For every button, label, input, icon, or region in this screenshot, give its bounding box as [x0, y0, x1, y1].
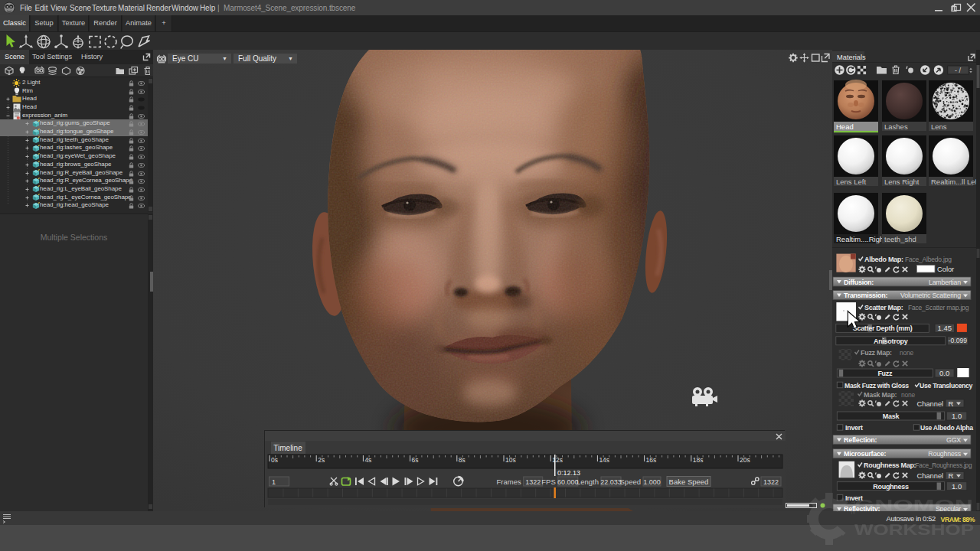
svg-text:Reflection:: Reflection: — [844, 436, 877, 444]
svg-text:Roughness: Roughness — [928, 450, 962, 458]
svg-text:0.0: 0.0 — [939, 369, 949, 377]
svg-text:Color: Color — [937, 266, 954, 273]
svg-text:Lashes: Lashes — [884, 122, 908, 131]
svg-text:1.0: 1.0 — [952, 412, 962, 420]
svg-text:R: R — [949, 399, 954, 408]
svg-text:1322: 1322 — [525, 478, 541, 486]
svg-text:Transmission:: Transmission: — [844, 292, 887, 299]
svg-text:Face_Roughness.jpg: Face_Roughness.jpg — [916, 462, 972, 469]
svg-text:Scatter Depth (mm): Scatter Depth (mm) — [853, 324, 913, 332]
svg-text:1.000: 1.000 — [643, 478, 661, 486]
svg-text:14s: 14s — [599, 456, 609, 464]
svg-text:Lens: Lens — [931, 122, 947, 131]
svg-text:Face_Scatter map.jpg: Face_Scatter map.jpg — [908, 304, 969, 311]
svg-text:Bake Speed: Bake Speed — [669, 478, 709, 486]
svg-text:GGX: GGX — [946, 436, 961, 444]
svg-text:16s: 16s — [646, 456, 657, 464]
svg-text:Fuzz Map:: Fuzz Map: — [861, 349, 892, 357]
svg-text:2s: 2s — [318, 456, 325, 464]
svg-text:22.033: 22.033 — [600, 478, 622, 486]
svg-text:Speed: Speed — [620, 478, 641, 486]
svg-text:Materials: Materials — [837, 54, 866, 61]
svg-text:Length: Length — [577, 478, 599, 486]
svg-text:none: none — [900, 349, 914, 357]
svg-text:0:12.13: 0:12.13 — [557, 469, 580, 477]
svg-text:20s: 20s — [740, 456, 750, 464]
svg-text:- /: - / — [955, 67, 961, 74]
svg-text:Head: Head — [836, 122, 854, 131]
svg-text:Use Albedo Alpha: Use Albedo Alpha — [920, 424, 973, 432]
svg-text:1: 1 — [272, 478, 276, 486]
svg-text:Diffusion:: Diffusion: — [844, 279, 874, 286]
svg-text:Mask: Mask — [883, 412, 900, 420]
svg-text:Lambertian: Lambertian — [929, 279, 961, 286]
svg-text:Use Translucency: Use Translucency — [920, 382, 973, 390]
svg-text:Invert: Invert — [845, 424, 863, 432]
svg-text:Fuzz: Fuzz — [877, 370, 893, 377]
svg-text:Roughness Map:: Roughness Map: — [864, 461, 916, 469]
svg-text:Realtim...ll Left: Realtim...ll Left — [931, 178, 979, 186]
svg-text:FPS: FPS — [541, 478, 555, 486]
svg-text:Face_Albedo.jpg: Face_Albedo.jpg — [905, 256, 952, 263]
svg-text:10s: 10s — [505, 456, 516, 464]
svg-text:Timeline: Timeline — [273, 444, 302, 452]
svg-text:Scatter Map:: Scatter Map: — [864, 304, 903, 311]
svg-text:Lens Left: Lens Left — [836, 178, 866, 186]
svg-text:4s: 4s — [364, 456, 371, 464]
svg-text:6s: 6s — [412, 456, 419, 464]
svg-text:Lens Right: Lens Right — [884, 178, 920, 186]
svg-text:60.000: 60.000 — [557, 478, 579, 486]
svg-text:WORKSHOP: WORKSHOP — [854, 521, 974, 538]
svg-text:18s: 18s — [693, 456, 704, 464]
svg-text:R: R — [949, 471, 954, 480]
svg-text:1322: 1322 — [763, 478, 779, 486]
svg-text:Anisotropy: Anisotropy — [874, 337, 908, 345]
svg-text:12s: 12s — [552, 456, 563, 464]
svg-text:Channel: Channel — [917, 472, 944, 480]
svg-text:Frames: Frames — [496, 478, 521, 486]
svg-text:teeth_shd: teeth_shd — [884, 235, 916, 243]
svg-text:Albedo Map:: Albedo Map: — [864, 256, 903, 263]
svg-text:Microsurface:: Microsurface: — [844, 450, 886, 458]
svg-text:Realtim....Right: Realtim....Right — [836, 235, 886, 243]
svg-text:8s: 8s — [459, 456, 466, 464]
svg-text:Mask Fuzz with Gloss: Mask Fuzz with Gloss — [844, 382, 909, 390]
svg-text:Volumetric Scattering: Volumetric Scattering — [900, 292, 961, 299]
svg-text:GNOMON: GNOMON — [854, 497, 973, 514]
svg-text:Channel: Channel — [917, 400, 944, 408]
svg-text:-0.099: -0.099 — [949, 337, 968, 344]
svg-text:0s: 0s — [271, 456, 278, 464]
svg-text:1.45: 1.45 — [938, 324, 952, 332]
svg-text:Mask Map:: Mask Map: — [864, 391, 897, 399]
svg-text:none: none — [901, 391, 916, 399]
